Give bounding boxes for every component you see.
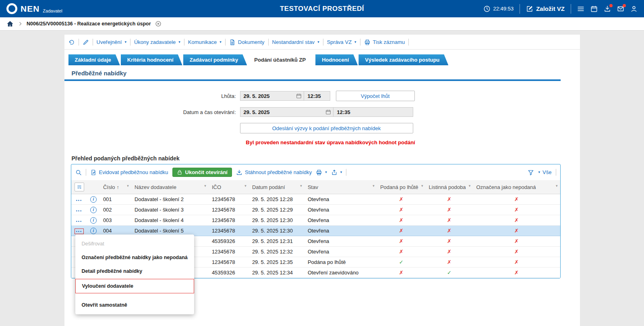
column-settings-icon[interactable] xyxy=(75,183,84,191)
deadline-field[interactable]: 29. 5. 2025 12:35 xyxy=(240,91,330,101)
context-menu-item[interactable]: Označení předběžné nabídky jako nepodaná xyxy=(75,251,194,264)
close-record-icon[interactable] xyxy=(155,21,162,27)
row-menu-icon[interactable]: ●●● xyxy=(75,208,83,213)
sort-icon[interactable]: ▾ xyxy=(244,184,246,188)
cross-icon: ✗ xyxy=(473,205,560,215)
tab-vysledek-zadavaciho-postupu[interactable]: Výsledek zadávacího postupu xyxy=(358,54,448,65)
row-menu-icon[interactable]: ●●● xyxy=(75,219,83,224)
row-menu-icon[interactable]: ●●● xyxy=(75,198,83,203)
col-header-ico[interactable]: IČO▾ xyxy=(209,180,249,194)
filter-icon[interactable] xyxy=(528,169,534,176)
user-icon[interactable] xyxy=(630,5,638,12)
info-icon[interactable]: i xyxy=(90,228,97,234)
cell-cislo: 003 xyxy=(100,215,131,226)
cell-cislo: 001 xyxy=(100,194,131,205)
col-header-oznacena-jako-nepodana[interactable]: Označena jako nepodaná▾ xyxy=(473,180,560,194)
sort-icon[interactable]: ▾ xyxy=(127,184,129,188)
cell-ico: 12345678 xyxy=(209,215,249,226)
calc-deadlines-button[interactable]: Výpočet lhůt xyxy=(336,91,415,101)
record-offer-button[interactable]: Evidovat předběžnou nabídku xyxy=(90,169,168,176)
filter-all-dropdown[interactable]: ▾Vše xyxy=(538,169,552,175)
info-icon[interactable]: i xyxy=(90,207,97,213)
col-header-listinna-podoba[interactable]: Listinná podoba▾ xyxy=(426,180,473,194)
tab-hodnoceni[interactable]: Hodnocení xyxy=(315,54,358,65)
toolbar-item-tisk-zaznamu[interactable]: Tisk záznamu xyxy=(364,39,405,46)
home-icon[interactable] xyxy=(6,20,14,27)
download-offers-button[interactable]: Stáhnout předběžné nabídky xyxy=(236,169,312,176)
cell-datum: 29. 5. 2025 12:34 xyxy=(249,268,304,278)
toolbar-item-ukony-zadavatele[interactable]: Úkony zadavatele▾ xyxy=(134,39,180,45)
sort-icon[interactable]: ▾ xyxy=(373,184,375,188)
toolbar-item-komunikace[interactable]: Komunikace▾ xyxy=(188,39,222,45)
row-menu-icon[interactable]: ●●● xyxy=(75,228,84,234)
history-refresh-icon[interactable] xyxy=(68,39,75,46)
deadline-time-value[interactable]: 12:35 xyxy=(304,93,330,99)
dropdown-caret-icon: ▾ xyxy=(354,40,356,44)
download-icon xyxy=(236,169,242,176)
cell-stav: Otevřena xyxy=(304,205,377,215)
cross-icon: ✗ xyxy=(426,205,473,215)
cell-stav: Otevřena xyxy=(304,194,377,205)
tab-podani-ucastniku-zp[interactable]: Podání účastníků ZP xyxy=(248,54,315,65)
notification-badge xyxy=(623,4,626,7)
header-divider xyxy=(571,4,571,14)
toolbar-item-dokumenty[interactable]: Dokumenty xyxy=(229,39,265,46)
col-header-datum-podani[interactable]: Datum podání▾ xyxy=(249,180,304,194)
cell-cislo: 002 xyxy=(100,205,131,215)
context-menu-item[interactable]: Otevřít samostatně xyxy=(75,298,194,312)
tab-zadavaci-podminky[interactable]: Zadávací podmínky xyxy=(183,54,247,65)
deadline-date-value[interactable]: 29. 5. 2025 xyxy=(240,93,294,99)
toolbar-item-sprava-vz[interactable]: Správa VZ▾ xyxy=(327,39,356,45)
edit-pencil-icon[interactable] xyxy=(83,39,89,46)
opening-field[interactable]: 29. 5. 2025 12:35 xyxy=(240,107,413,117)
tab-kriteria-hodnoceni[interactable]: Kritéria hodnocení xyxy=(121,54,182,65)
opening-date-value[interactable]: 29. 5. 2025 xyxy=(240,109,323,115)
col-header-podana-po-lhute[interactable]: Podaná po lhůtě▾ xyxy=(377,180,426,194)
info-icon[interactable]: i xyxy=(90,196,97,203)
breadcrumb-item[interactable]: N006/25/V00005136 - Realizace energetick… xyxy=(27,21,151,27)
table-row[interactable]: ●●●i003Dodavatel - školení 41234567829. … xyxy=(71,215,560,226)
cross-icon: ✗ xyxy=(426,257,473,268)
nen-logo[interactable]: NEN Zadavatel xyxy=(6,3,62,14)
tab-zakladni-udaje[interactable]: Základní údaje xyxy=(68,54,120,65)
sort-icon[interactable]: ▾ xyxy=(300,184,302,188)
col-header-stav[interactable]: Stav▾ xyxy=(304,180,377,194)
toolbar-item-uverejneni[interactable]: Uveřejnění▾ xyxy=(97,39,126,45)
cross-icon: ✗ xyxy=(426,215,473,226)
calendar-picker-icon[interactable] xyxy=(296,93,302,99)
sort-icon[interactable]: ▾ xyxy=(421,184,423,188)
calendar-icon[interactable] xyxy=(590,5,598,12)
grid-export-button[interactable]: ▾ xyxy=(331,169,342,176)
downloads-icon[interactable] xyxy=(604,5,611,12)
calendar-picker-icon[interactable] xyxy=(325,109,331,115)
sort-icon[interactable]: ▾ xyxy=(469,184,471,188)
table-row[interactable]: ●●●i002Dodavatel - školení 31234567829. … xyxy=(71,205,560,215)
opening-time-value[interactable]: 12:35 xyxy=(333,109,413,115)
info-icon[interactable]: i xyxy=(90,217,97,224)
cross-icon: ✗ xyxy=(377,215,426,226)
col-header-cislo[interactable]: Číslo↑▾ xyxy=(100,180,131,194)
toolbar-item-nestandardni-stav[interactable]: Nestandardní stav▾ xyxy=(272,39,319,45)
cell-stav: Otevřena xyxy=(304,226,377,236)
sort-icon[interactable]: ▾ xyxy=(204,184,206,188)
cell-nazev: Dodavatel - školení 2 xyxy=(131,194,209,205)
context-menu-item[interactable]: Detail předběžné nabídky xyxy=(75,264,194,278)
cross-icon: ✗ xyxy=(473,247,560,257)
finish-opening-button[interactable]: Ukončit otevírání xyxy=(172,168,232,177)
context-menu-item[interactable]: Vyloučení dodavatele xyxy=(75,279,194,293)
dropdown-caret-icon: ▾ xyxy=(325,170,327,174)
send-invitation-button[interactable]: Odeslání výzvy k podání předběžných nabí… xyxy=(240,123,413,133)
cross-icon: ✗ xyxy=(426,236,473,247)
title-underline xyxy=(64,79,561,81)
environment-title: TESTOVACÍ PROSTŘEDÍ xyxy=(280,5,364,13)
col-header-nazev-dodavatele[interactable]: Název dodavatele▾ xyxy=(131,180,209,194)
cross-icon: ✗ xyxy=(377,247,426,257)
dropdown-caret-icon: ▾ xyxy=(178,40,180,44)
mail-icon[interactable] xyxy=(617,5,624,12)
hamburger-menu-icon[interactable] xyxy=(577,5,584,12)
create-vz-button[interactable]: Založit VZ xyxy=(526,5,565,12)
search-icon[interactable] xyxy=(75,169,82,176)
table-row[interactable]: ●●●i001Dodavatel - školení 21234567829. … xyxy=(71,194,560,205)
sort-icon[interactable]: ▾ xyxy=(556,184,558,188)
grid-print-button[interactable]: ▾ xyxy=(316,169,327,176)
